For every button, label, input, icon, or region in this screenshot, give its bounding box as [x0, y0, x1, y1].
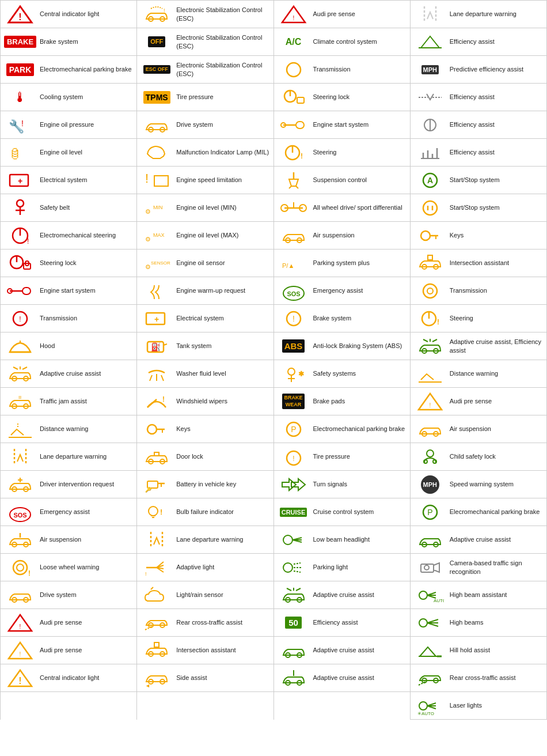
- icon-low-beam: [278, 530, 310, 550]
- svg-text:SENSOR: SENSOR: [151, 260, 170, 266]
- svg-line-157: [287, 588, 291, 591]
- list-item: Efficiency assist: [411, 139, 546, 167]
- item-label: Adaptive cruise assist, Efficiency assis…: [450, 338, 543, 354]
- column-3: !Audi pre senseA/CClimate control system…: [274, 1, 411, 720]
- list-item: Lane departure warning: [137, 526, 273, 554]
- item-label: Electromechanical parking brake: [313, 425, 405, 433]
- list-item: +Electrical system: [137, 305, 273, 332]
- list-item: ⚙MINEngine oil level (MIN): [137, 194, 273, 222]
- icon-hood: [4, 336, 36, 357]
- svg-text:!: !: [164, 7, 165, 13]
- item-label: Low beam headlight: [313, 535, 370, 543]
- icon-electrical2: +: [140, 308, 173, 329]
- list-item: ≡Traffic jam assist: [1, 388, 136, 415]
- svg-text:🔑: 🔑: [145, 486, 152, 493]
- list-item: !Audi pre sense: [1, 609, 136, 637]
- icon-oil-max: ⚙MAX: [140, 225, 173, 246]
- svg-text:!: !: [162, 395, 165, 403]
- list-item: BRAKEWEARBrake pads: [274, 388, 410, 415]
- list-item: !Audi pre sense: [411, 388, 546, 415]
- svg-line-193: [432, 339, 437, 342]
- icon-lane-depart3: [414, 4, 446, 25]
- icon-cooling: 🌡: [4, 87, 36, 108]
- item-label: Adaptive cruise assist: [450, 535, 511, 543]
- svg-text:!: !: [18, 676, 21, 686]
- icon-distance-warning: [4, 419, 36, 440]
- icon-steering-lock: [4, 253, 36, 274]
- item-label: Audi pre sense: [450, 397, 492, 405]
- icon-adaptive-cruise6: [414, 530, 446, 550]
- item-label: Keys: [176, 425, 190, 433]
- list-item: Air suspension: [411, 415, 546, 443]
- icon-MPH-speed: MPH: [414, 475, 446, 494]
- item-label: Start/Stop system: [450, 176, 500, 184]
- list-item: Keys: [137, 415, 273, 443]
- item-label: Audi pre sense: [40, 618, 82, 626]
- icon-esc-off2: ESC OFF: [140, 65, 173, 74]
- icon-triangle-exclamation: !: [4, 4, 36, 25]
- svg-line-125: [296, 186, 298, 188]
- item-label: Transmission: [313, 65, 351, 73]
- svg-point-214: [419, 619, 427, 627]
- item-label: Parking light: [313, 563, 348, 571]
- item-label: Electronic Stabilization Control (ESC): [176, 6, 269, 22]
- item-label: Engine oil sensor: [176, 259, 225, 267]
- icon-engine-start: [4, 281, 36, 301]
- item-label: Brake pads: [313, 397, 345, 405]
- svg-text:!: !: [28, 569, 31, 577]
- list-item: OFFElectronic Stabilization Control (ESC…: [137, 28, 273, 56]
- list-item: Adaptive cruise assist: [274, 581, 410, 609]
- list-item: Suspension control: [274, 167, 410, 194]
- item-label: Engine oil level (MAX): [176, 231, 238, 239]
- list-item: 🛢Engine oil level: [1, 139, 136, 167]
- svg-text:AUTO: AUTO: [434, 598, 444, 603]
- list-item: Steering lock: [274, 84, 410, 111]
- list-item: Malfunction Indicator Lamp (MIL): [137, 139, 273, 167]
- svg-text:!: !: [145, 571, 147, 577]
- item-label: Child safety lock: [450, 452, 496, 460]
- list-item: Camera-based traffic sign recognition: [411, 554, 546, 581]
- icon-keys3: [414, 225, 446, 246]
- item-label: Central indicator light: [40, 10, 99, 18]
- list-item: SOSEmergency assist: [274, 277, 410, 305]
- item-label: Keys: [450, 231, 464, 239]
- column-1: !Central indicator lightBRAKEBrake syste…: [1, 1, 137, 720]
- svg-point-137: [288, 368, 295, 375]
- icon-adaptive-light: !: [140, 557, 173, 578]
- icon-intersection3: [414, 253, 446, 274]
- svg-point-185: [427, 288, 433, 294]
- icon-awd: [278, 198, 310, 218]
- list-item: !Brake system: [274, 305, 410, 332]
- list-item: ⚙MAXEngine oil level (MAX): [137, 222, 273, 250]
- item-label: Air suspension: [40, 535, 81, 543]
- list-item: !Audi pre sense: [1, 637, 136, 664]
- list-item: Intersection assistant: [137, 637, 273, 664]
- list-item: ◄Side assist: [137, 664, 273, 692]
- item-label: Engine warm-up request: [176, 286, 245, 294]
- item-label: Hood: [40, 342, 55, 350]
- icon-transmission: !: [4, 308, 36, 329]
- icon-adaptive-cruise4: [278, 668, 310, 689]
- list-item: AStart/Stop system: [411, 167, 546, 194]
- main-grid: !Central indicator lightBRAKEBrake syste…: [0, 0, 547, 720]
- icon-electrical: +: [4, 170, 36, 191]
- icon-brake-pads: BRAKEWEAR: [278, 394, 310, 409]
- icon-seatbelt: [4, 198, 36, 218]
- icon-washer: [140, 364, 173, 384]
- icon-child-safety: [414, 447, 446, 467]
- item-label: Elecromechanical parking brake: [450, 508, 540, 516]
- item-label: Safety belt: [40, 203, 70, 211]
- list-item: !Electronic Stabilization Control (ESC): [137, 1, 273, 28]
- list-item: AUTOHigh beam assistant: [411, 581, 546, 609]
- svg-point-175: [423, 201, 437, 215]
- item-label: Air suspension: [450, 425, 491, 433]
- item-label: Cruise control system: [313, 508, 374, 516]
- item-label: Steering lock: [313, 93, 350, 101]
- item-label: Engine speed limitation: [176, 176, 242, 184]
- list-item: Rear cross-traffic assist: [411, 664, 546, 692]
- item-label: Lane departure warning: [176, 535, 243, 543]
- list-item: !Engine speed limitation: [137, 167, 273, 194]
- icon-transmission2: [278, 59, 310, 80]
- list-item: Start/Stop system: [411, 194, 546, 222]
- icon-adaptive-cruise: [4, 364, 36, 384]
